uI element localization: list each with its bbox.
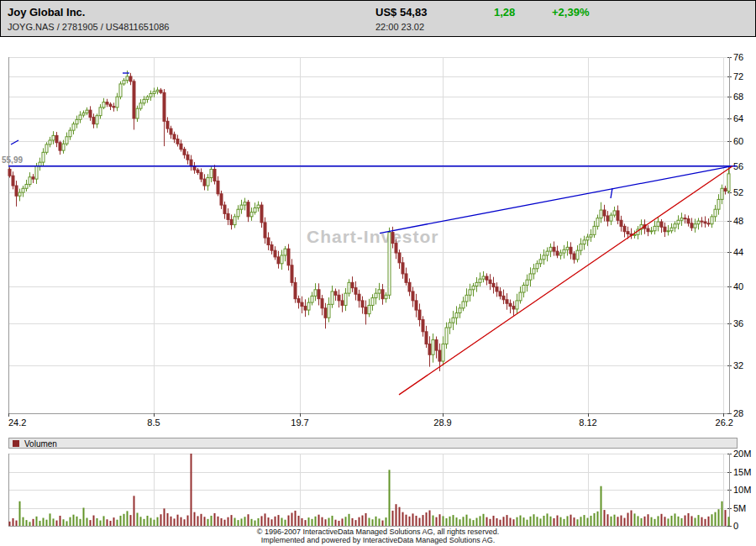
volume-bar — [554, 518, 555, 526]
candle-body — [492, 283, 495, 286]
candle-body — [301, 302, 303, 306]
candle-body — [99, 108, 102, 116]
candle-body — [546, 251, 549, 255]
candle-body — [210, 169, 213, 177]
candle-body — [146, 97, 149, 99]
candle-body — [650, 231, 653, 232]
volume-bar — [476, 518, 478, 526]
candle-body — [49, 140, 51, 144]
volume-bar — [638, 516, 639, 526]
candle-body — [576, 250, 579, 260]
volume-bar — [604, 510, 606, 526]
candle-body — [173, 134, 176, 139]
candle-body — [425, 332, 428, 344]
volume-bar — [285, 520, 286, 526]
candle-body — [496, 287, 498, 291]
volume-bar — [728, 517, 730, 526]
candle-body — [331, 291, 333, 304]
volume-bar — [678, 517, 680, 526]
candle-body — [338, 295, 340, 301]
volume-bar — [228, 517, 229, 526]
candle-body — [647, 228, 649, 232]
volume-bar — [470, 518, 471, 526]
volume-bar — [396, 504, 397, 526]
volume-bar — [500, 520, 501, 526]
candle-body — [166, 121, 169, 129]
volume-bar — [550, 517, 552, 526]
volume-bar — [543, 516, 545, 526]
candle-body — [674, 224, 676, 228]
candle-body — [328, 304, 330, 318]
candle-body — [106, 102, 108, 105]
volume-bar — [675, 513, 676, 526]
volume-bar — [339, 521, 340, 526]
volume-bar — [53, 518, 55, 526]
volume-bar — [167, 513, 169, 526]
volume-bar — [160, 514, 162, 526]
volume-bar — [302, 518, 303, 526]
volume-bar — [691, 516, 693, 526]
candle-body — [438, 350, 441, 361]
candle-body — [267, 238, 270, 244]
x-axis-label: 8.12 — [579, 417, 596, 428]
volume-bar — [443, 516, 444, 526]
candle-body — [449, 323, 451, 328]
volume-bar — [567, 516, 569, 526]
candle-body — [223, 205, 226, 213]
volume-bar — [419, 518, 421, 526]
candle-body — [633, 234, 636, 235]
volume-bar — [537, 517, 538, 526]
candle-body — [677, 220, 680, 223]
candle-body — [334, 291, 337, 295]
candle-body — [153, 92, 155, 93]
volume-bar — [174, 518, 176, 526]
volume-bar — [281, 518, 283, 526]
candle-body — [610, 215, 612, 221]
candle-body — [257, 205, 260, 207]
candle-body — [113, 107, 115, 108]
volume-bar — [16, 521, 18, 526]
volume-bar — [570, 515, 572, 526]
volume-bar — [268, 517, 270, 526]
candle-body — [89, 110, 92, 118]
candle-body — [539, 260, 542, 264]
volume-bar — [664, 517, 666, 526]
price-axis-label: 28 — [733, 408, 743, 418]
x-axis-label: 8.5 — [147, 417, 160, 428]
candle-body — [727, 174, 730, 192]
candle-body — [724, 188, 727, 191]
candle-body — [469, 290, 471, 295]
candle-body — [489, 280, 491, 283]
candle-body — [186, 155, 189, 160]
volume-bar — [211, 516, 213, 526]
volume-bar — [181, 517, 182, 526]
candle-body — [324, 308, 327, 318]
volume-bar — [483, 514, 485, 526]
candle-body — [580, 244, 582, 251]
volume-bar — [60, 516, 61, 526]
volume-bar — [80, 519, 81, 526]
volume-bar — [275, 517, 276, 526]
x-axis-label: 28.9 — [433, 417, 451, 428]
volume-bar — [157, 517, 159, 526]
volume-bar — [238, 520, 239, 526]
candle-body — [590, 234, 592, 237]
volume-bar — [668, 518, 669, 526]
volume-bar — [493, 516, 495, 526]
candle-body — [136, 108, 139, 118]
volume-swatch — [13, 440, 19, 447]
candle-body — [660, 222, 663, 227]
volume-bar — [194, 512, 196, 526]
candle-body — [593, 226, 596, 234]
volume-bar — [23, 517, 24, 526]
volume-bar — [399, 507, 401, 526]
candle-body — [701, 221, 703, 222]
candle-body — [563, 249, 565, 253]
volume-bar — [510, 518, 512, 526]
volume-bar — [695, 518, 696, 526]
candle-body — [398, 253, 401, 263]
volume-bar — [295, 511, 297, 526]
volume-bar — [416, 516, 417, 526]
volume-bar — [214, 513, 216, 526]
candle-body — [52, 135, 55, 140]
